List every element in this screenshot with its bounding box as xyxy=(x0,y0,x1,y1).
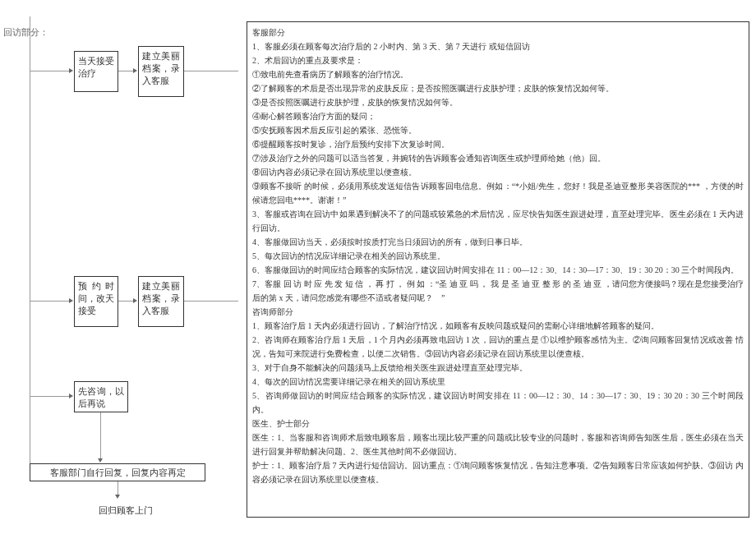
panel-p6: 6、客服做回访的时间应结合顾客的实际情况，建议回访时间安排在 11：00—12：… xyxy=(252,263,744,277)
panel-c2: 2、咨询师在顾客治疗后 1 天后，1 个月内必须再致电回访 1 次，回访的重点是… xyxy=(252,333,744,361)
panel-h1: 客服部分 xyxy=(252,25,744,39)
panel-c4: 4、每次的回访情况需要详细记录在相关的回访系统里 xyxy=(252,375,744,389)
panel-c1: 1、顾客治疗后 1 天内必须进行回访，了解治疗情况，如顾客有反映问题或疑问的需耐… xyxy=(252,319,744,333)
flow-box-archive-2: 建立美丽 档案，录入客服 xyxy=(138,276,184,327)
panel-p2f: ⑥提醒顾客按时复诊，治疗后预约安排下次复诊时间。 xyxy=(252,137,744,151)
page-root: 回访部分： 当天接受治疗 建立美丽 档案，录入客服 预约时间，改天接受 建立美丽… xyxy=(0,0,756,534)
panel-p2g: ⑦涉及治疗之外的问题可以适当答复，并婉转的告诉顾客会通知咨询医生或护理师给她（他… xyxy=(252,151,744,165)
panel-p2d: ④耐心解答顾客治疗方面的疑问； xyxy=(252,109,744,123)
text-panel: 客服部分 1、客服必须在顾客每次治疗后的 2 小时内、第 3 天、第 7 天进行… xyxy=(247,21,749,518)
panel-p2e: ⑤安抚顾客因术后反应引起的紧张、恐慌等。 xyxy=(252,123,744,137)
flow-box-consult-later: 先咨询，以后再说 xyxy=(74,381,128,412)
panel-p2i: ⑨顾客不接听 的时候，必须用系统发送短信告诉顾客回电信息。例如：“*小姐/先生，… xyxy=(252,179,744,207)
bottom-label: 回归顾客上门 xyxy=(99,504,153,517)
flow-box-archive-1: 建立美丽 档案，录入客服 xyxy=(138,46,184,97)
panel-p2b: ②了解顾客的术后是否出现异常的皮肤反应；是否按照医嘱进行皮肤护理；皮肤的恢复情况… xyxy=(252,81,744,95)
flow-box-service-reply: 客服部门自行回复，回复内容再定 xyxy=(30,463,205,481)
panel-c3: 3、对于自身不能解决的问题须马上反馈给相关医生跟进处理直至处理完毕。 xyxy=(252,361,744,375)
panel-p5: 5、每次回访的情况应详细记录在相关的回访系统里。 xyxy=(252,249,744,263)
panel-p4: 4、客服做回访当天，必须按时按质打完当日须回访的所有，做到日事日毕。 xyxy=(252,235,744,249)
flow-box-today-treat: 当天接受治疗 xyxy=(74,51,118,92)
panel-n1: 护士：1、顾客治疗后 7 天内进行短信回访。回访重点：①询问顾客恢复情况，告知注… xyxy=(252,458,744,486)
panel-p3: 3、客服或咨询在回访中如果遇到解决不了的问题或较紧急的术后情况，应尽快告知医生跟… xyxy=(252,207,744,235)
panel-p2h: ⑧回访内容必须记录在回访系统里以便查核。 xyxy=(252,165,744,179)
panel-p1: 1、客服必须在顾客每次治疗后的 2 小时内、第 3 天、第 7 天进行 或短信回… xyxy=(252,39,744,53)
panel-d1: 医生：1、当客服和咨询师术后致电顾客后，顾客出现比较严重的问题或比较专业的问题时… xyxy=(252,430,744,458)
panel-p2c: ③是否按照医嘱进行皮肤护理，皮肤的恢复情况如何等。 xyxy=(252,95,744,109)
panel-h3: 医生、护士部分 xyxy=(252,417,744,430)
panel-c5: 5、咨询师做回访的时间应结合顾客的实际情况，建议回访时间安排在 11：00—12… xyxy=(252,389,744,417)
panel-p2: 2、术后回访的重点及要求是： xyxy=(252,53,744,67)
panel-p2a: ①致电前先查看病历了解顾客的治疗情况。 xyxy=(252,67,744,81)
panel-p7: 7、客服 回 访 时 应 先 发 短 信 ， 再 打 ， 例 如 ：“圣 迪 亚… xyxy=(252,277,744,305)
panel-h2: 咨询师部分 xyxy=(252,305,744,319)
flowchart: 当天接受治疗 建立美丽 档案，录入客服 预约时间，改天接受 建立美丽 档案，录入… xyxy=(25,16,238,526)
flow-box-reserve: 预约时间，改天接受 xyxy=(74,276,118,327)
